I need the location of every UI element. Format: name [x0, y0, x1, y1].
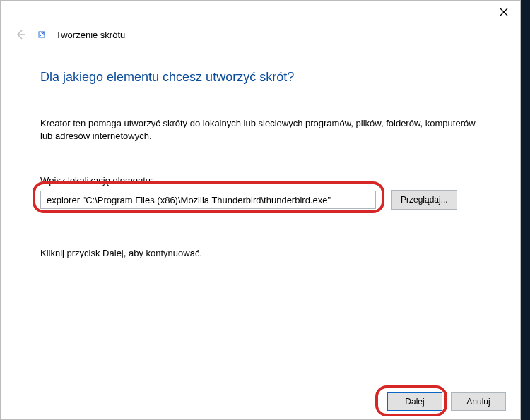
wizard-window: Tworzenie skrótu Dla jakiego elementu ch…: [0, 0, 521, 420]
description-text: Kreator ten pomaga utworzyć skróty do lo…: [40, 117, 478, 143]
titlebar: [1, 1, 520, 23]
footer: Dalej Anuluj: [1, 383, 520, 419]
continue-instruction: Kliknij przycisk Dalej, aby kontynuować.: [40, 248, 481, 258]
browse-button[interactable]: Przeglądaj...: [391, 190, 457, 210]
location-label: Wpisz lokalizację elementu:: [40, 175, 481, 186]
close-icon[interactable]: [497, 6, 510, 18]
location-input[interactable]: [40, 191, 376, 209]
content-area: Dla jakiego elementu chcesz utworzyć skr…: [1, 54, 520, 383]
path-input-wrap: [40, 191, 376, 209]
header-row: Tworzenie skrótu: [1, 23, 520, 54]
cancel-button[interactable]: Anuluj: [451, 392, 506, 411]
page-headline: Dla jakiego elementu chcesz utworzyć skr…: [40, 70, 481, 85]
wizard-title: Tworzenie skrótu: [56, 30, 125, 40]
shortcut-icon: [37, 30, 46, 39]
location-row: Przeglądaj...: [40, 190, 481, 210]
next-button[interactable]: Dalej: [387, 392, 442, 411]
back-arrow-icon: [13, 28, 28, 42]
